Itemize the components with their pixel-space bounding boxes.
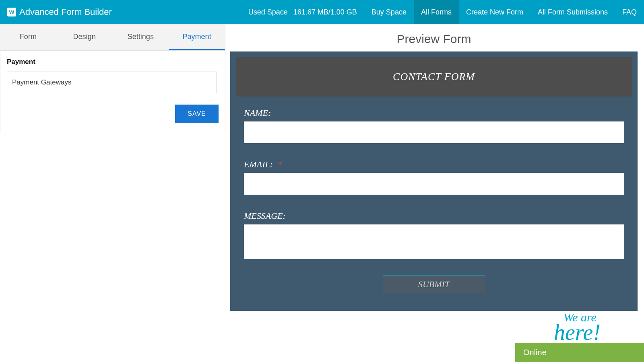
nav-all-forms[interactable]: All Forms — [414, 0, 459, 24]
brand-title: Advanced Form Builder — [19, 7, 112, 17]
chat-status-text: Online — [523, 348, 547, 357]
panel-title: Payment — [7, 58, 219, 66]
required-mark: * — [278, 159, 282, 169]
submit-button[interactable]: SUBMIT — [383, 275, 485, 293]
preview-frame: CONTACT FORM NAME: EMAIL: * MESSAGE: SUB… — [230, 51, 638, 311]
used-space-label: Used Space — [248, 8, 289, 16]
chat-widget: We are here! Online — [515, 308, 644, 362]
brand: w Advanced Form Builder — [0, 7, 112, 17]
tab-settings[interactable]: Settings — [113, 25, 169, 50]
top-bar: w Advanced Form Builder Used Space 161.6… — [0, 0, 644, 24]
tab-form[interactable]: Form — [0, 25, 56, 50]
used-space-value: 161.67 MB/1.00 GB — [293, 8, 357, 16]
email-input[interactable] — [244, 173, 624, 195]
preview-inner: CONTACT FORM NAME: EMAIL: * MESSAGE: SUB… — [236, 57, 632, 305]
email-label: EMAIL: * — [244, 159, 624, 170]
body-row: Form Design Settings Payment Payment Pay… — [0, 24, 644, 311]
editor-tabs: Form Design Settings Payment — [0, 24, 225, 51]
left-column: Form Design Settings Payment Payment Pay… — [0, 24, 225, 132]
nav-faq[interactable]: FAQ — [615, 0, 644, 24]
top-nav: Used Space 161.67 MB/1.00 GB Buy Space A… — [241, 0, 644, 24]
nav-used-space: Used Space 161.67 MB/1.00 GB — [241, 0, 364, 24]
tab-payment[interactable]: Payment — [169, 25, 225, 50]
message-label: MESSAGE: — [244, 211, 624, 221]
payment-gateways-select[interactable]: Payment Gateways — [7, 72, 217, 93]
form-title: CONTACT FORM — [236, 57, 632, 97]
chat-status-bar[interactable]: Online — [515, 343, 644, 362]
form-body: NAME: EMAIL: * MESSAGE: SUBMIT — [236, 97, 632, 305]
save-button[interactable]: SAVE — [175, 105, 219, 123]
preview-heading: Preview Form — [230, 32, 638, 46]
we-are-here-icon: We are here! — [515, 308, 644, 345]
name-input[interactable] — [244, 121, 624, 143]
name-label: NAME: — [244, 108, 624, 118]
tab-design[interactable]: Design — [56, 25, 113, 50]
message-input[interactable] — [244, 224, 624, 259]
nav-create-new-form[interactable]: Create New Form — [459, 0, 530, 24]
here-text: here! — [554, 320, 601, 344]
nav-buy-space[interactable]: Buy Space — [364, 0, 414, 24]
right-column: Preview Form CONTACT FORM NAME: EMAIL: *… — [225, 24, 644, 311]
email-label-text: EMAIL: — [244, 159, 273, 169]
payment-panel: Payment Payment Gateways SAVE — [0, 51, 225, 132]
nav-all-submissions[interactable]: All Form Submissions — [530, 0, 615, 24]
brand-icon: w — [7, 8, 16, 16]
